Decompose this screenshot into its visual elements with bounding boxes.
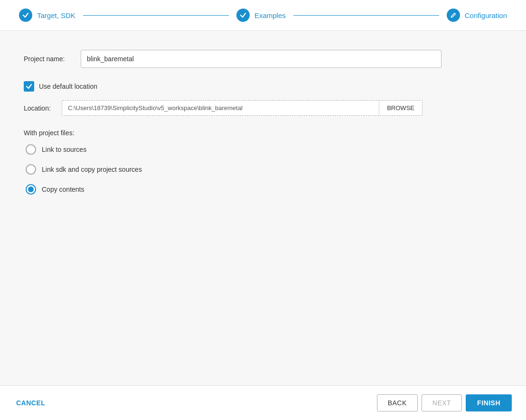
radio-link-sources-button[interactable] <box>26 144 36 155</box>
radio-link-sources-label: Link to sources <box>42 146 86 153</box>
radio-link-sdk-copy-label: Link sdk and copy project sources <box>42 166 142 173</box>
step-1-label: Target, SDK <box>37 11 75 19</box>
radio-group: Link to sources Link sdk and copy projec… <box>24 144 502 195</box>
step-target-sdk: Target, SDK <box>19 9 75 22</box>
step-line-1 <box>83 15 229 16</box>
step-2-label: Examples <box>254 11 286 19</box>
project-name-row: Project name: <box>24 50 502 68</box>
location-label: Location: <box>24 104 62 112</box>
main-content: Project name: Use default location Locat… <box>0 31 526 385</box>
cancel-button[interactable]: CANCEL <box>14 395 47 411</box>
radio-copy-contents-inner <box>28 187 34 192</box>
step-examples: Examples <box>236 9 286 22</box>
radio-link-sdk-copy[interactable]: Link sdk and copy project sources <box>26 164 502 175</box>
radio-link-sources[interactable]: Link to sources <box>26 144 502 155</box>
step-3-label: Configuration <box>465 11 507 19</box>
project-name-input[interactable] <box>81 50 441 68</box>
dialog: Target, SDK Examples Configuration Proje <box>0 0 526 420</box>
step-2-icon <box>236 9 250 22</box>
radio-link-sdk-copy-button[interactable] <box>26 164 36 175</box>
stepper: Target, SDK Examples Configuration <box>0 0 526 31</box>
radio-copy-contents-button[interactable] <box>26 184 36 195</box>
step-line-2 <box>293 15 439 16</box>
step-1-icon <box>19 9 32 22</box>
location-row: Location: BROWSE <box>24 100 502 116</box>
use-default-location-row[interactable]: Use default location <box>24 81 502 92</box>
project-name-label: Project name: <box>24 55 81 63</box>
footer-right: BACK NEXT FINISH <box>377 394 512 411</box>
back-button[interactable]: BACK <box>377 394 418 411</box>
step-configuration: Configuration <box>447 9 507 22</box>
location-input[interactable] <box>62 101 379 115</box>
use-default-location-checkbox[interactable] <box>24 81 34 92</box>
location-input-wrap: BROWSE <box>62 100 423 116</box>
use-default-location-label: Use default location <box>39 83 97 90</box>
with-project-files-label: With project files: <box>24 129 502 137</box>
with-project-files-section: With project files: Link to sources Link… <box>24 129 502 195</box>
radio-copy-contents[interactable]: Copy contents <box>26 184 502 195</box>
next-button[interactable]: NEXT <box>422 394 462 411</box>
radio-copy-contents-label: Copy contents <box>42 186 85 193</box>
footer: CANCEL BACK NEXT FINISH <box>0 385 526 420</box>
step-3-icon <box>447 9 460 22</box>
browse-button[interactable]: BROWSE <box>379 101 422 115</box>
finish-button[interactable]: FINISH <box>466 394 512 411</box>
